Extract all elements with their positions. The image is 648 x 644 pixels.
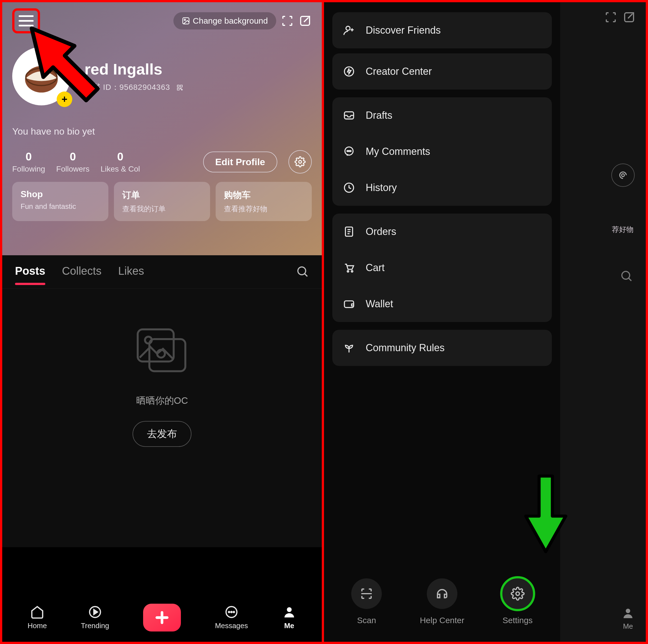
svg-point-15 <box>298 267 306 275</box>
svg-rect-0 <box>19 15 34 17</box>
svg-rect-9 <box>180 85 182 87</box>
svg-point-24 <box>231 611 232 612</box>
bio-text[interactable]: You have no bio yet <box>12 126 312 137</box>
svg-point-25 <box>233 611 234 612</box>
gear-icon <box>617 169 629 181</box>
nav-me[interactable]: Me <box>282 605 296 630</box>
svg-point-28 <box>622 271 630 279</box>
nav-home[interactable]: Home <box>28 605 47 630</box>
avatar-image <box>22 57 61 96</box>
svg-point-43 <box>516 592 519 596</box>
card-cart[interactable]: 购物车 查看推荐好物 <box>216 182 312 221</box>
side-menu-screen: 荐好物 Me Discover Friends <box>324 2 646 642</box>
receipt-icon <box>343 226 355 238</box>
scan-icon[interactable] <box>281 14 294 28</box>
nav-trending[interactable]: Trending <box>81 605 109 630</box>
profile-tabs: Posts Collects Likes <box>2 255 322 289</box>
bg-nav-me[interactable]: Me <box>621 606 635 631</box>
wallet-icon <box>343 298 355 310</box>
image-icon <box>182 17 190 25</box>
card-shop[interactable]: Shop Fun and fantastic <box>12 182 108 221</box>
svg-rect-1 <box>19 20 34 22</box>
svg-point-29 <box>626 609 630 613</box>
menu-history[interactable]: History <box>332 169 552 206</box>
profile-hero: Change background <box>2 2 322 255</box>
drawer-bottom-tools: Scan Help Center Settings <box>332 578 552 631</box>
profile-topbar: Change background <box>12 10 312 32</box>
plus-icon <box>154 610 170 625</box>
bolt-circle-icon <box>343 65 355 78</box>
create-post-button[interactable] <box>143 604 181 632</box>
menu-button[interactable] <box>12 8 40 33</box>
publish-button[interactable]: 去发布 <box>132 421 192 447</box>
bg-search-button[interactable] <box>619 269 633 284</box>
svg-marker-21 <box>94 609 98 614</box>
play-circle-icon <box>88 605 102 619</box>
tool-scan[interactable]: Scan <box>351 578 382 625</box>
nav-messages[interactable]: Messages <box>215 605 248 630</box>
search-icon <box>295 265 309 278</box>
svg-point-26 <box>287 607 291 612</box>
tab-likes[interactable]: Likes <box>118 265 144 279</box>
svg-point-35 <box>347 150 348 152</box>
svg-rect-2 <box>19 25 34 27</box>
card-orders[interactable]: 订单 查看我的订单 <box>114 182 210 221</box>
stat-following[interactable]: 0 Following <box>12 150 45 174</box>
menu-creator-center[interactable]: Creator Center <box>332 53 552 90</box>
profile-settings-button[interactable] <box>288 150 312 174</box>
side-drawer: Discover Friends Creator Center Drafts M… <box>324 2 560 642</box>
add-avatar-badge[interactable]: + <box>57 92 72 107</box>
change-background-button[interactable]: Change background <box>173 12 276 30</box>
user-id-line: 红书 ID：95682904363 <box>85 82 183 93</box>
menu-wallet[interactable]: Wallet <box>332 286 552 322</box>
chat-icon <box>224 605 239 619</box>
cart-icon <box>343 262 355 274</box>
svg-rect-16 <box>138 330 174 362</box>
scan-icon <box>360 587 373 601</box>
menu-drafts[interactable]: Drafts <box>332 97 552 134</box>
gear-icon <box>294 156 306 167</box>
tab-posts[interactable]: Posts <box>15 265 45 279</box>
svg-point-13 <box>299 160 302 163</box>
avatar[interactable]: + <box>12 47 70 105</box>
stat-likes-collects[interactable]: 0 Likes & Col <box>101 150 140 174</box>
search-icon <box>619 269 633 283</box>
bg-scan-icon[interactable] <box>604 10 617 24</box>
history-icon <box>343 182 355 194</box>
menu-community-rules[interactable]: Community Rules <box>332 330 552 366</box>
svg-rect-12 <box>181 89 182 90</box>
empty-prompt-text: 晒晒你的OC <box>136 394 188 407</box>
comment-icon <box>343 145 355 158</box>
headset-icon <box>435 587 449 601</box>
bottom-navbar: Home Trending Messages Me <box>2 593 322 642</box>
person-icon <box>282 605 296 619</box>
bg-settings-button[interactable] <box>611 163 635 187</box>
user-plus-icon <box>343 24 355 37</box>
inbox-icon <box>343 109 355 121</box>
svg-point-31 <box>346 26 350 30</box>
stat-followers[interactable]: 0 Followers <box>56 150 90 174</box>
menu-orders[interactable]: Orders <box>332 213 552 250</box>
qr-icon[interactable] <box>176 84 183 91</box>
edit-profile-button[interactable]: Edit Profile <box>203 152 277 172</box>
svg-point-27 <box>622 174 625 177</box>
svg-point-40 <box>347 270 349 272</box>
change-background-label: Change background <box>193 16 268 26</box>
person-icon <box>621 606 635 620</box>
bg-card-sub: 荐好物 <box>612 225 634 234</box>
sprout-icon <box>343 342 355 354</box>
svg-rect-8 <box>177 85 179 87</box>
svg-point-36 <box>348 150 349 152</box>
menu-discover-friends[interactable]: Discover Friends <box>332 12 552 48</box>
profile-search-button[interactable] <box>295 265 309 279</box>
svg-point-41 <box>351 270 353 272</box>
tab-collects[interactable]: Collects <box>62 265 101 279</box>
tool-help-center[interactable]: Help Center <box>420 578 464 625</box>
profile-screen: Change background <box>2 2 324 642</box>
share-icon[interactable] <box>299 14 312 28</box>
tool-settings[interactable]: Settings <box>502 578 533 625</box>
menu-my-comments[interactable]: My Comments <box>332 134 552 169</box>
svg-rect-10 <box>177 88 179 90</box>
menu-cart[interactable]: Cart <box>332 250 552 286</box>
bg-share-icon[interactable] <box>623 10 636 24</box>
